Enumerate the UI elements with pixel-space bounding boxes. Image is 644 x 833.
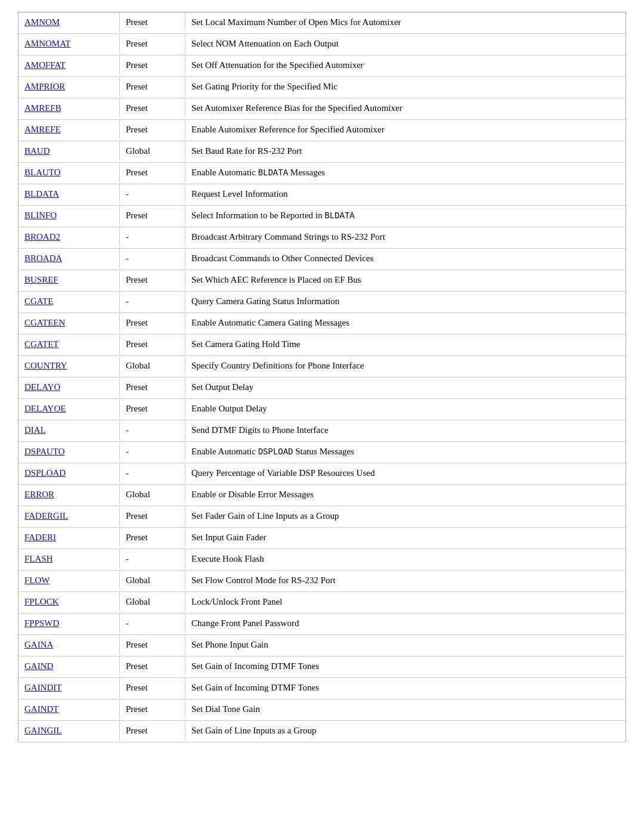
- command-link[interactable]: DSPLOAD: [24, 468, 66, 478]
- command-link[interactable]: DIAL: [24, 425, 46, 435]
- command-desc-cell: Send DTMF Digits to Phone Interface: [185, 420, 626, 440]
- command-link[interactable]: AMNOMAT: [24, 39, 71, 48]
- command-name-cell: ERROR: [18, 485, 120, 504]
- command-name-cell: GAINA: [18, 635, 120, 655]
- table-row: GAINDTPresetSet Dial Tone Gain: [18, 699, 626, 721]
- command-desc-cell: Set Automixer Reference Bias for the Spe…: [185, 98, 626, 118]
- command-type-cell: Preset: [120, 206, 185, 225]
- monospace-term: DSPLOAD: [258, 447, 293, 457]
- command-link[interactable]: BLINFO: [24, 210, 57, 220]
- command-name-cell: AMNOM: [18, 13, 120, 32]
- command-link[interactable]: AMNOM: [24, 17, 60, 27]
- command-name-cell: AMPRIOR: [18, 77, 120, 97]
- command-type-cell: -: [120, 249, 185, 268]
- command-link[interactable]: GAINGIL: [24, 726, 61, 735]
- command-link[interactable]: GAINA: [24, 640, 53, 649]
- table-row: FLOWGlobalSet Flow Control Mode for RS-2…: [18, 571, 626, 592]
- command-link[interactable]: CGATEEN: [24, 318, 65, 327]
- command-desc-cell: Broadcast Commands to Other Connected De…: [185, 249, 626, 268]
- command-link[interactable]: DELAYOE: [24, 404, 66, 413]
- command-desc-cell: Broadcast Arbitrary Command Strings to R…: [185, 227, 626, 247]
- command-link[interactable]: AMREFB: [24, 103, 61, 113]
- command-name-cell: DELAYOE: [18, 399, 120, 419]
- command-link[interactable]: AMPRIOR: [24, 82, 65, 91]
- command-type-cell: Preset: [120, 55, 185, 75]
- table-row: BROADA-Broadcast Commands to Other Conne…: [18, 249, 626, 270]
- command-type-cell: Preset: [120, 678, 185, 698]
- command-link[interactable]: BROADA: [24, 253, 62, 263]
- table-row: BUSREFPresetSet Which AEC Reference is P…: [18, 270, 626, 292]
- command-link[interactable]: DELAYO: [24, 382, 60, 392]
- command-link[interactable]: FPLOCK: [24, 597, 59, 606]
- command-type-cell: -: [120, 184, 185, 204]
- table-row: COUNTRYGlobalSpecify Country Definitions…: [18, 356, 626, 377]
- monospace-term: BLDATA: [324, 211, 354, 221]
- command-name-cell: BAUD: [18, 141, 120, 161]
- command-link[interactable]: BLAUTO: [24, 168, 61, 177]
- command-type-cell: Preset: [120, 34, 185, 54]
- command-link[interactable]: ERROR: [24, 490, 54, 499]
- command-link[interactable]: GAINDIT: [24, 683, 61, 692]
- command-link[interactable]: AMOFFAT: [24, 60, 66, 70]
- table-row: DIAL-Send DTMF Digits to Phone Interface: [18, 420, 626, 442]
- command-link[interactable]: FLASH: [24, 554, 53, 563]
- command-desc-cell: Enable Output Delay: [185, 399, 626, 419]
- command-type-cell: -: [120, 227, 185, 247]
- table-row: DSPAUTO-Enable Automatic DSPLOAD Status …: [18, 442, 626, 463]
- command-name-cell: FPLOCK: [18, 592, 120, 612]
- command-link[interactable]: AMREFE: [24, 125, 61, 134]
- command-link[interactable]: BLDATA: [24, 189, 59, 199]
- table-row: FADERIPresetSet Input Gain Fader: [18, 528, 626, 549]
- command-type-cell: Preset: [120, 98, 185, 118]
- command-table: AMNOMPresetSet Local Maximum Number of O…: [18, 12, 626, 742]
- command-type-cell: Global: [120, 356, 185, 376]
- table-row: CGATETPresetSet Camera Gating Hold Time: [18, 335, 626, 356]
- command-link[interactable]: FLOW: [24, 575, 50, 585]
- command-name-cell: DELAYO: [18, 377, 120, 397]
- command-name-cell: BROAD2: [18, 227, 120, 247]
- command-type-cell: -: [120, 292, 185, 311]
- table-row: BLDATA-Request Level Information: [18, 184, 626, 206]
- command-link[interactable]: COUNTRY: [24, 361, 67, 370]
- command-desc-cell: Set Gain of Line Inputs as a Group: [185, 721, 626, 741]
- command-link[interactable]: DSPAUTO: [24, 447, 65, 456]
- command-type-cell: Preset: [120, 13, 185, 32]
- command-desc-cell: Enable or Disable Error Messages: [185, 485, 626, 504]
- command-link[interactable]: BAUD: [24, 146, 50, 156]
- table-row: GAINAPresetSet Phone Input Gain: [18, 635, 626, 657]
- command-link[interactable]: CGATE: [24, 296, 53, 306]
- command-type-cell: Preset: [120, 721, 185, 741]
- command-type-cell: Global: [120, 485, 185, 504]
- command-name-cell: AMREFB: [18, 98, 120, 118]
- table-row: GAINDPresetSet Gain of Incoming DTMF Ton…: [18, 657, 626, 678]
- command-name-cell: COUNTRY: [18, 356, 120, 376]
- command-name-cell: DSPLOAD: [18, 463, 120, 483]
- command-desc-cell: Set Fader Gain of Line Inputs as a Group: [185, 506, 626, 526]
- command-desc-cell: Set Off Attenuation for the Specified Au…: [185, 55, 626, 75]
- command-type-cell: Preset: [120, 699, 185, 719]
- command-link[interactable]: GAIND: [24, 661, 53, 671]
- table-row: BAUDGlobalSet Baud Rate for RS-232 Port: [18, 141, 626, 163]
- command-desc-cell: Enable Automatic BLDATA Messages: [185, 163, 626, 182]
- table-row: FPPSWD-Change Front Panel Password: [18, 614, 626, 635]
- command-desc-cell: Set Output Delay: [185, 377, 626, 397]
- command-desc-cell: Set Phone Input Gain: [185, 635, 626, 655]
- command-name-cell: AMREFE: [18, 120, 120, 140]
- command-link[interactable]: CGATET: [24, 339, 59, 349]
- command-name-cell: BLDATA: [18, 184, 120, 204]
- command-link[interactable]: FPPSWD: [24, 618, 59, 628]
- command-link[interactable]: GAINDT: [24, 704, 59, 714]
- command-desc-cell: Set Gain of Incoming DTMF Tones: [185, 678, 626, 698]
- command-desc-cell: Set Input Gain Fader: [185, 528, 626, 547]
- command-name-cell: GAINDIT: [18, 678, 120, 698]
- command-link[interactable]: BROAD2: [24, 232, 60, 241]
- table-row: AMNOMATPresetSelect NOM Attenuation on E…: [18, 34, 626, 55]
- table-row: AMPRIORPresetSet Gating Priority for the…: [18, 77, 626, 98]
- command-link[interactable]: FADERI: [24, 532, 56, 542]
- command-desc-cell: Set Gating Priority for the Specified Mi…: [185, 77, 626, 97]
- command-name-cell: AMNOMAT: [18, 34, 120, 54]
- command-desc-cell: Request Level Information: [185, 184, 626, 204]
- command-link[interactable]: FADERGIL: [24, 511, 68, 521]
- command-name-cell: BLAUTO: [18, 163, 120, 182]
- command-link[interactable]: BUSREF: [24, 275, 58, 284]
